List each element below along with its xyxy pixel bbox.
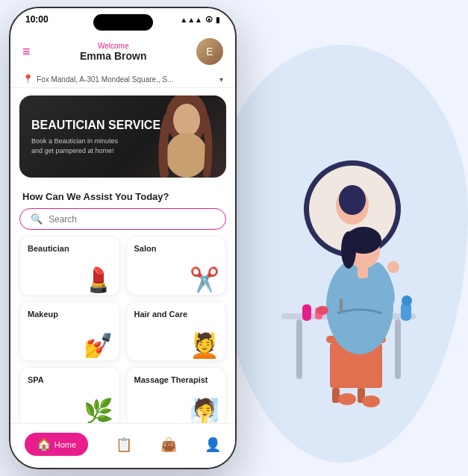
phone-content: ≡ Welcome Emma Brown E 📍 Fox Mandal, A-3… [10, 35, 235, 423]
avatar[interactable]: E [196, 38, 223, 65]
service-card-massage[interactable]: Massage Therapist 🧖 [126, 367, 227, 423]
service-emoji-hair-care: 💆 [190, 333, 219, 357]
app-header: ≡ Welcome Emma Brown E [10, 35, 235, 71]
user-name: Emma Brown [80, 50, 146, 62]
svg-point-19 [362, 395, 380, 407]
nav-wallet[interactable]: 👜 [160, 436, 177, 453]
svg-rect-15 [358, 265, 368, 278]
service-emoji-makeup: 💅 [84, 333, 113, 357]
illustration-container [222, 75, 453, 410]
svg-point-6 [339, 185, 366, 215]
wallet-icon: 👜 [160, 436, 177, 453]
service-emoji-beautician: 💄 [84, 268, 113, 292]
wifi-icon: ⦿ [205, 16, 213, 24]
service-card-beautician[interactable]: Beautician 💄 [19, 236, 120, 295]
phone-frame: 10:00 ▲▲▲ ⦿ ▮ ≡ Welcome Emma Brown E 📍 F… [9, 7, 237, 469]
service-card-makeup[interactable]: Makeup 💅 [19, 301, 120, 361]
svg-rect-20 [302, 304, 311, 321]
banner-title: BEAUTICIAN SERVICE [31, 118, 160, 132]
nav-home[interactable]: 🏠 Home [25, 433, 88, 456]
status-time: 10:00 [25, 14, 49, 25]
service-emoji-spa: 🌿 [84, 399, 113, 423]
signal-icon: ▲▲▲ [180, 16, 202, 24]
section-title: How Can We Assist You Today? [10, 185, 235, 205]
avatar-initials: E [206, 46, 213, 57]
service-card-hair-care[interactable]: Hair and Care 💆 [126, 301, 227, 361]
bottom-nav: 🏠 Home 📋 👜 👤 [10, 423, 235, 468]
location-icon: 📍 [22, 74, 34, 84]
location-text: Fox Mandal, A-301 Mondeal Square,, S... [37, 75, 219, 84]
banner-subtitle: Book a Beautician in minutes and get pam… [31, 137, 128, 155]
banner: BEAUTICIAN SERVICE Book a Beautician in … [19, 95, 226, 178]
header-center: Welcome Emma Brown [80, 42, 146, 62]
nav-list[interactable]: 📋 [116, 436, 132, 453]
chevron-down-icon: ▾ [219, 75, 223, 84]
welcome-text: Welcome [80, 42, 146, 50]
search-input[interactable] [49, 214, 215, 225]
nav-profile[interactable]: 👤 [205, 436, 221, 453]
search-bar[interactable]: 🔍 [19, 208, 226, 230]
location-bar[interactable]: 📍 Fox Mandal, A-301 Mondeal Square,, S..… [10, 71, 235, 88]
svg-point-17 [387, 261, 399, 273]
svg-point-23 [402, 295, 412, 306]
service-name-hair-care: Hair and Care [134, 310, 219, 319]
service-emoji-massage: 🧖 [190, 399, 219, 423]
service-card-spa[interactable]: SPA 🌿 [19, 367, 120, 423]
svg-rect-2 [395, 319, 401, 379]
service-name-beautician: Beautician [28, 244, 112, 253]
search-icon: 🔍 [31, 213, 43, 225]
service-grid: Beautician 💄 Salon ✂️ Makeup 💅 Hair and … [10, 236, 235, 423]
svg-rect-24 [340, 298, 343, 313]
svg-point-18 [338, 393, 356, 405]
battery-icon: ▮ [216, 16, 220, 24]
hamburger-button[interactable]: ≡ [22, 44, 31, 60]
service-name-makeup: Makeup [28, 310, 112, 319]
banner-text: BEAUTICIAN SERVICE Book a Beautician in … [19, 109, 172, 164]
profile-icon: 👤 [205, 436, 221, 453]
dynamic-island [93, 14, 153, 31]
nav-home-label: Home [54, 440, 76, 449]
service-card-salon[interactable]: Salon ✂️ [126, 236, 227, 295]
svg-rect-1 [296, 319, 302, 379]
list-icon: 📋 [116, 436, 132, 453]
svg-point-28 [173, 104, 200, 137]
svg-point-14 [341, 231, 356, 269]
service-name-massage: Massage Therapist [134, 375, 219, 384]
service-name-spa: SPA [28, 375, 112, 384]
status-icons: ▲▲▲ ⦿ ▮ [180, 16, 220, 24]
service-emoji-salon: ✂️ [190, 268, 219, 292]
svg-point-25 [316, 306, 328, 315]
home-icon: 🏠 [37, 437, 52, 451]
service-name-salon: Salon [134, 244, 219, 253]
